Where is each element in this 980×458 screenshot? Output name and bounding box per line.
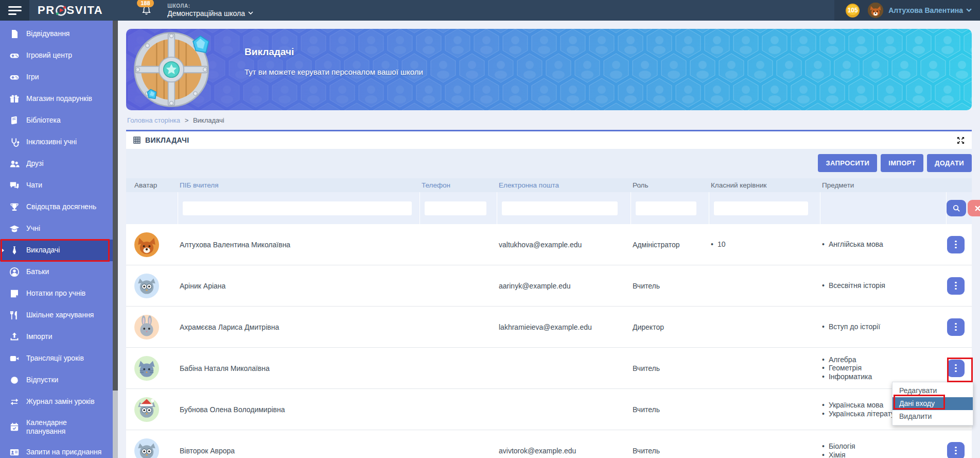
attendance-icon bbox=[9, 29, 20, 39]
subjects-list: БіологіяХімія bbox=[820, 442, 946, 458]
sidebar-item-14[interactable]: Шкільне харчування bbox=[0, 304, 113, 326]
subjects-cell: Всесвітня історія bbox=[820, 281, 946, 290]
class-teacher-filter-input[interactable] bbox=[714, 201, 808, 215]
sidebar-item-4[interactable]: Магазин подарунків bbox=[0, 88, 113, 110]
sidebar-item-label: Чати bbox=[26, 181, 42, 190]
context-menu-item[interactable]: Дані входу bbox=[892, 397, 973, 410]
scrollbar-thumb[interactable] bbox=[113, 21, 118, 391]
column-header-4[interactable]: Електронна пошта bbox=[497, 181, 631, 189]
sidebar-item-2[interactable]: Ігровий центр bbox=[0, 45, 113, 66]
column-header-7: Предмети bbox=[820, 181, 946, 189]
sidebar-item-8[interactable]: Чати bbox=[0, 175, 113, 196]
user-menu[interactable]: Алтухова Валентина bbox=[868, 3, 972, 18]
sidebar-item-label: Запити на приєднання bbox=[26, 448, 101, 456]
clear-filters-button[interactable] bbox=[968, 200, 980, 216]
row-actions-button[interactable] bbox=[947, 277, 965, 295]
breadcrumb-home-link[interactable]: Головна сторінка bbox=[127, 116, 180, 124]
sidebar-item-17[interactable]: Відпустки bbox=[0, 369, 113, 391]
subjects-list: Всесвітня історія bbox=[820, 281, 946, 290]
expand-button[interactable] bbox=[957, 137, 965, 144]
sidebar-item-11[interactable]: Викладачі bbox=[0, 240, 113, 261]
hamburger-menu-button[interactable] bbox=[0, 0, 29, 21]
school-label: ШКОЛА: bbox=[167, 3, 253, 9]
sidebar-item-10[interactable]: Учні bbox=[0, 218, 113, 240]
subject-item: Біологія bbox=[822, 442, 946, 451]
sidebar-item-9[interactable]: Свідоцтва досягнень bbox=[0, 196, 113, 218]
sidebar-item-label: Відпустки bbox=[26, 376, 58, 384]
invite-button[interactable]: ЗАПРОСИТИ bbox=[818, 154, 877, 172]
add-button[interactable]: ДОДАТИ bbox=[927, 154, 972, 172]
logo-play-icon bbox=[56, 5, 66, 16]
column-header-1: Аватар bbox=[126, 181, 178, 189]
sidebar-item-3[interactable]: Ігри bbox=[0, 66, 113, 88]
owl-santa-avatar bbox=[134, 397, 159, 422]
class-teacher-item: 10 bbox=[711, 240, 820, 249]
subject-item: Інформатика bbox=[822, 372, 946, 381]
user-avatar bbox=[868, 3, 883, 18]
name-filter-input[interactable] bbox=[183, 201, 412, 215]
teacher-email: lakhramieieva@example.edu bbox=[497, 323, 631, 331]
subjects-list: Вступ до історії bbox=[820, 323, 946, 331]
row-actions-button[interactable] bbox=[947, 360, 965, 377]
teacher-name: Бубнова Олена Володимирівна bbox=[178, 405, 419, 414]
teacher-email: avivtorok@example.edu bbox=[497, 447, 631, 455]
context-menu-item[interactable]: Видалити bbox=[892, 410, 973, 423]
email-filter-input[interactable] bbox=[502, 201, 618, 215]
sidebar-item-20[interactable]: Запити на приєднання bbox=[0, 442, 113, 458]
table-header-row: АватарПІБ вчителяТелефонЕлектронна пошта… bbox=[126, 178, 972, 192]
sidebar-item-label: Нотатки про учнів bbox=[26, 289, 85, 298]
column-header-3[interactable]: Телефон bbox=[419, 181, 497, 189]
context-menu-item[interactable]: Редагувати bbox=[892, 384, 973, 397]
sidebar-item-label: Свідоцтва досягнень bbox=[26, 202, 96, 211]
substitutions-log-icon bbox=[9, 397, 20, 407]
import-button[interactable]: ІМПОРТ bbox=[881, 154, 923, 172]
row-actions-button[interactable] bbox=[947, 236, 965, 253]
page-banner: Викладачі Тут ви можете керувати персона… bbox=[126, 29, 972, 110]
sidebar-item-label: Шкільне харчування bbox=[26, 311, 94, 319]
panel-header: ВИКЛАДАЧІ bbox=[126, 131, 972, 149]
teacher-name: Ахрамєєва Лариса Дмитрівна bbox=[178, 323, 419, 331]
library-icon bbox=[9, 115, 20, 126]
table-filter-row bbox=[126, 192, 972, 224]
vacations-icon bbox=[9, 375, 20, 385]
sidebar-item-12[interactable]: Батьки bbox=[0, 261, 113, 283]
column-header-5: Роль bbox=[631, 181, 709, 189]
avatar-cell bbox=[126, 438, 178, 458]
sidebar-item-label: Імпорти bbox=[26, 332, 52, 341]
sidebar-item-label: Ігри bbox=[26, 73, 39, 81]
teacher-name: Аріник Аріана bbox=[178, 282, 419, 290]
teachers-icon bbox=[9, 245, 20, 256]
sidebar-item-7[interactable]: Друзі bbox=[0, 153, 113, 175]
search-button[interactable] bbox=[947, 200, 966, 216]
teacher-email: aarinyk@example.edu bbox=[497, 282, 631, 290]
sidebar-scrollbar[interactable] bbox=[113, 21, 118, 458]
subject-item: Алгебра bbox=[822, 355, 946, 364]
gift-shop-icon bbox=[9, 94, 20, 104]
sidebar-item-1[interactable]: Відвідування bbox=[0, 23, 113, 45]
sidebar-item-19[interactable]: Календарнепланування bbox=[0, 413, 113, 442]
row-actions-button[interactable] bbox=[947, 318, 965, 336]
notifications-count-badge: 188 bbox=[137, 0, 153, 7]
table-row: Бабіна Наталя МиколаївнаВчительАлгебраГе… bbox=[126, 348, 972, 389]
subjects-cell: Вступ до історії bbox=[820, 323, 946, 331]
row-actions-button[interactable] bbox=[947, 442, 965, 458]
phone-filter-input[interactable] bbox=[425, 201, 486, 215]
sidebar-item-5[interactable]: Бібліотека bbox=[0, 110, 113, 131]
sidebar-item-15[interactable]: Імпорти bbox=[0, 326, 113, 348]
sidebar-item-13[interactable]: Нотатки про учнів bbox=[0, 283, 113, 304]
role-filter-input[interactable] bbox=[636, 201, 696, 215]
notifications-button[interactable]: 188 bbox=[141, 5, 152, 16]
coins-badge[interactable]: 105 bbox=[846, 4, 860, 18]
class-teacher-cell: 10 bbox=[709, 240, 820, 249]
prosvita-logo[interactable]: PR SVITA bbox=[38, 4, 103, 17]
top-right-user-area: 105 Алтухова Валентина bbox=[834, 0, 980, 21]
sidebar-item-label: Календарнепланування bbox=[26, 418, 67, 436]
table-row: Бубнова Олена ВолодимирівнаВчительУкраїн… bbox=[126, 389, 972, 430]
sidebar-item-16[interactable]: Трансляції уроків bbox=[0, 348, 113, 369]
column-header-2[interactable]: ПІБ вчителя bbox=[178, 181, 419, 189]
school-selector[interactable]: ШКОЛА: Демонстраційна школа bbox=[167, 3, 253, 18]
teacher-role: Вчитель bbox=[631, 282, 709, 290]
sidebar-item-18[interactable]: Журнал замін уроків bbox=[0, 391, 113, 413]
subjects-cell: Англійська мова bbox=[820, 240, 946, 249]
sidebar-item-6[interactable]: Інклюзивні учні bbox=[0, 131, 113, 153]
